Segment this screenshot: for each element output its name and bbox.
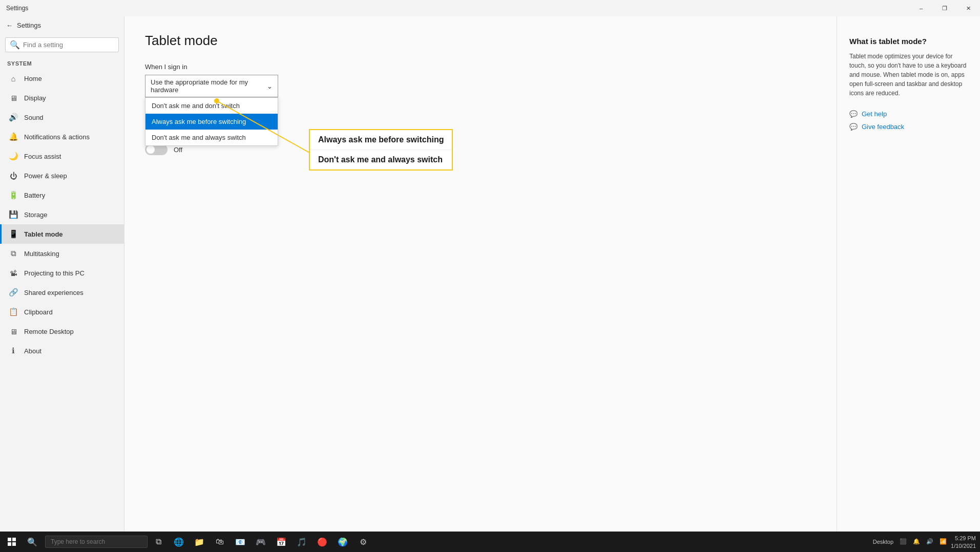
restore-button[interactable]: ❐ <box>933 0 956 16</box>
close-button[interactable]: ✕ <box>956 0 980 16</box>
settings-taskbar-icon[interactable]: ⚙ <box>353 532 373 552</box>
sidebar-item-label: Remote Desktop <box>24 328 74 335</box>
tablet-icon: 📱 <box>9 229 18 239</box>
app4-icon[interactable]: 🎵 <box>292 532 311 552</box>
sidebar-item-clipboard[interactable]: 📋 Clipboard <box>0 302 124 322</box>
task-view-button[interactable]: ⧉ <box>149 532 168 552</box>
storage-icon: 💾 <box>9 210 18 219</box>
sidebar-item-remote[interactable]: 🖥 Remote Desktop <box>0 322 124 341</box>
dropdown-button[interactable]: Use the appropriate mode for my hardware… <box>145 75 278 97</box>
taskbar-search-box[interactable] <box>45 536 148 548</box>
sidebar-item-sound[interactable]: 🔊 Sound <box>0 108 124 127</box>
dropdown-item-0[interactable]: Don't ask me and don't switch <box>145 98 278 114</box>
dropdown-value: Use the appropriate mode for my hardware <box>151 78 267 94</box>
sidebar-item-shared[interactable]: 🔗 Shared experiences <box>0 283 124 302</box>
annotation-item-2: Don't ask me and always switch <box>310 150 452 169</box>
get-help-link[interactable]: 💬 Get help <box>849 110 968 118</box>
sidebar-item-storage[interactable]: 💾 Storage <box>0 205 124 224</box>
titlebar-title: Settings <box>6 5 28 12</box>
taskbar-clock: 5:29 PM <box>951 535 976 542</box>
annotation-item-1: Always ask me before switching <box>310 130 452 150</box>
sidebar-item-label: Battery <box>24 192 45 199</box>
sidebar-section-system: System <box>0 55 124 69</box>
focus-icon: 🌙 <box>9 152 18 161</box>
sound-icon: 🔊 <box>9 113 18 122</box>
network-icon[interactable]: 📶 <box>937 537 949 546</box>
when-signin-label: When I sign in <box>145 63 816 71</box>
right-panel-title: What is tablet mode? <box>849 37 968 46</box>
dropdown-menu: Don't ask me and don't switch Always ask… <box>145 97 278 146</box>
sidebar-settings-label: Settings <box>17 22 41 29</box>
chrome-icon[interactable]: 🌍 <box>333 532 352 552</box>
sidebar-item-power[interactable]: ⏻ Power & sleep <box>0 166 124 185</box>
notification-icon[interactable]: 🔔 <box>911 537 922 546</box>
svg-rect-5 <box>12 542 16 546</box>
autohide-toggle-state: Off <box>174 146 182 154</box>
svg-rect-4 <box>8 542 11 546</box>
search-input[interactable] <box>23 41 114 49</box>
battery-icon: 🔋 <box>9 190 18 200</box>
app3-icon[interactable]: 📅 <box>272 532 291 552</box>
back-arrow-icon: ← <box>6 22 13 29</box>
sidebar-item-notifications[interactable]: 🔔 Notifications & actions <box>0 127 124 146</box>
start-button[interactable] <box>2 532 22 552</box>
sidebar-item-tablet[interactable]: 📱 Tablet mode <box>0 224 124 244</box>
sidebar-item-multitasking[interactable]: ⧉ Multitasking <box>0 244 124 263</box>
dropdown-container: Use the appropriate mode for my hardware… <box>145 75 278 97</box>
sidebar-item-label: Power & sleep <box>24 172 67 180</box>
multitasking-icon: ⧉ <box>9 249 18 258</box>
sidebar-item-about[interactable]: ℹ About <box>0 341 124 360</box>
store-icon[interactable]: 🛍 <box>210 532 230 552</box>
titlebar: Settings – ❐ ✕ <box>0 0 980 16</box>
sidebar-item-battery[interactable]: 🔋 Battery <box>0 185 124 205</box>
sidebar-item-label: Display <box>24 94 46 102</box>
sidebar-item-label: Clipboard <box>24 308 53 316</box>
search-icon: 🔍 <box>10 40 20 50</box>
sidebar-item-label: About <box>24 347 41 355</box>
app5-icon[interactable]: 🔴 <box>312 532 332 552</box>
home-icon: ⌂ <box>9 74 18 83</box>
dropdown-item-2[interactable]: Don't ask me and always switch <box>145 130 278 145</box>
app-container: ← Settings 🔍 System ⌂ Home 🖥 Display 🔊 S… <box>0 16 980 532</box>
sidebar-item-label: Multitasking <box>24 250 59 258</box>
sidebar-item-label: Home <box>24 75 42 82</box>
power-icon: ⏻ <box>9 171 18 180</box>
right-panel-description: Tablet mode optimizes your device for to… <box>849 52 968 98</box>
minimize-button[interactable]: – <box>909 0 933 16</box>
app2-icon[interactable]: 🎮 <box>251 532 270 552</box>
taskbar-search-input[interactable] <box>51 538 142 545</box>
get-help-label: Get help <box>862 110 887 118</box>
taskbar-left: 🔍 ⧉ 🌐 📁 🛍 📧 🎮 📅 🎵 🔴 🌍 ⚙ <box>0 532 373 552</box>
right-panel: What is tablet mode? Tablet mode optimiz… <box>837 16 980 532</box>
notifications-icon: 🔔 <box>9 132 18 141</box>
display-icon: 🖥 <box>9 93 18 102</box>
search-taskbar-button[interactable]: 🔍 <box>23 532 42 552</box>
volume-icon[interactable]: 🔊 <box>924 537 935 546</box>
remote-icon: 🖥 <box>9 327 18 336</box>
sidebar-item-projecting[interactable]: 📽 Projecting to this PC <box>0 263 124 283</box>
show-desktop-button[interactable]: ⬛ <box>898 537 909 546</box>
sidebar-item-label: Sound <box>24 114 44 121</box>
sidebar-item-label: Tablet mode <box>24 230 63 238</box>
help-icon: 💬 <box>849 110 858 118</box>
taskbar: 🔍 ⧉ 🌐 📁 🛍 📧 🎮 📅 🎵 🔴 🌍 ⚙ Desktop ⬛ 🔔 🔊 📶 … <box>0 532 980 552</box>
dropdown-item-1[interactable]: Always ask me before switching <box>145 114 278 130</box>
sidebar-item-label: Focus assist <box>24 153 61 160</box>
file-explorer-icon[interactable]: 📁 <box>190 532 209 552</box>
sidebar-back-button[interactable]: ← Settings <box>0 16 124 34</box>
sidebar: ← Settings 🔍 System ⌂ Home 🖥 Display 🔊 S… <box>0 16 124 532</box>
about-icon: ℹ <box>9 346 18 355</box>
give-feedback-link[interactable]: 💬 Give feedback <box>849 123 968 131</box>
sidebar-item-display[interactable]: 🖥 Display <box>0 88 124 108</box>
taskbar-right: Desktop ⬛ 🔔 🔊 📶 5:29 PM 1/10/2021 <box>871 535 980 548</box>
app1-icon[interactable]: 📧 <box>231 532 250 552</box>
sidebar-search-box[interactable]: 🔍 <box>5 37 119 52</box>
shared-icon: 🔗 <box>9 288 18 297</box>
sidebar-item-home[interactable]: ⌂ Home <box>0 69 124 88</box>
edge-icon[interactable]: 🌐 <box>169 532 189 552</box>
annotation-box: Always ask me before switching Don't ask… <box>309 129 453 171</box>
sidebar-item-focus[interactable]: 🌙 Focus assist <box>0 146 124 166</box>
clipboard-icon: 📋 <box>9 307 18 316</box>
titlebar-controls: – ❐ ✕ <box>909 0 980 16</box>
svg-rect-3 <box>12 538 16 541</box>
